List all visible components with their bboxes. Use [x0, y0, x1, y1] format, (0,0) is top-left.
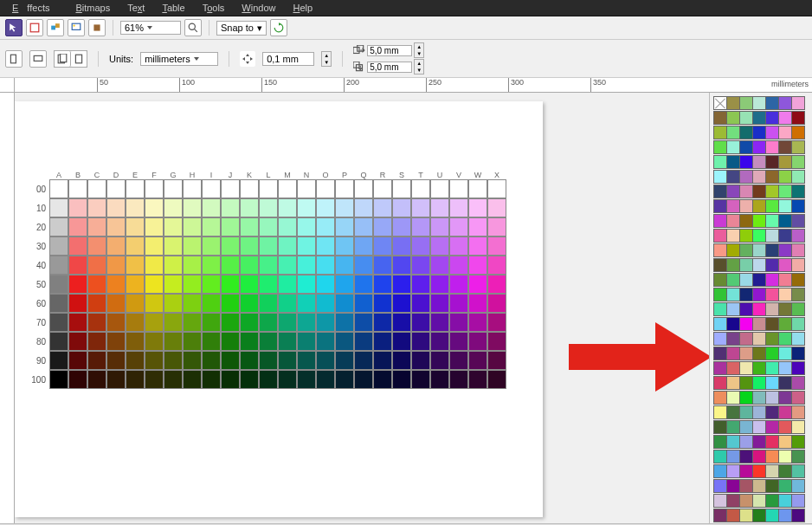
- color-swatch[interactable]: [259, 275, 278, 294]
- palette-swatch[interactable]: [778, 347, 792, 360]
- color-swatch[interactable]: [145, 370, 164, 389]
- color-swatch[interactable]: [297, 275, 316, 294]
- color-swatch[interactable]: [49, 332, 68, 351]
- color-swatch[interactable]: [145, 198, 164, 217]
- color-swatch[interactable]: [487, 217, 506, 237]
- palette-swatch[interactable]: [739, 273, 753, 287]
- palette-swatch[interactable]: [765, 376, 779, 390]
- palette-swatch[interactable]: [765, 494, 779, 508]
- palette-swatch[interactable]: [765, 229, 779, 243]
- palette-swatch[interactable]: [791, 243, 805, 257]
- palette-swatch[interactable]: [752, 96, 766, 110]
- palette-swatch[interactable]: [778, 155, 792, 169]
- palette-swatch[interactable]: [739, 111, 753, 125]
- palette-swatch[interactable]: [778, 435, 792, 449]
- color-swatch[interactable]: [297, 198, 316, 217]
- color-swatch[interactable]: [487, 313, 506, 332]
- palette-swatch[interactable]: [713, 229, 727, 243]
- palette-swatch[interactable]: [713, 243, 727, 257]
- color-swatch[interactable]: [202, 370, 221, 389]
- color-swatch[interactable]: [145, 179, 164, 198]
- menu-window[interactable]: Window: [242, 3, 275, 13]
- color-swatch[interactable]: [221, 313, 240, 332]
- color-swatch[interactable]: [335, 256, 354, 275]
- color-swatch[interactable]: [87, 332, 106, 351]
- color-swatch[interactable]: [240, 351, 259, 370]
- palette-swatch[interactable]: [739, 450, 753, 463]
- palette-swatch[interactable]: [739, 347, 753, 360]
- color-swatch[interactable]: [335, 332, 354, 351]
- color-swatch[interactable]: [126, 294, 145, 313]
- palette-swatch[interactable]: [752, 288, 766, 301]
- palette-swatch[interactable]: [726, 361, 740, 375]
- palette-swatch[interactable]: [791, 420, 805, 434]
- palette-swatch[interactable]: [791, 273, 805, 287]
- color-swatch[interactable]: [221, 351, 240, 370]
- color-swatch[interactable]: [126, 275, 145, 294]
- palette-swatch[interactable]: [726, 450, 740, 463]
- color-swatch[interactable]: [392, 332, 411, 351]
- color-swatch[interactable]: [316, 198, 335, 217]
- palette-swatch[interactable]: [765, 126, 779, 139]
- color-swatch[interactable]: [49, 237, 68, 256]
- palette-swatch[interactable]: [765, 155, 779, 169]
- palette-swatch[interactable]: [791, 361, 805, 375]
- color-swatch[interactable]: [354, 313, 373, 332]
- palette-swatch[interactable]: [713, 185, 727, 198]
- color-swatch[interactable]: [316, 351, 335, 370]
- color-swatch[interactable]: [87, 256, 106, 275]
- color-swatch[interactable]: [126, 370, 145, 389]
- color-swatch[interactable]: [449, 198, 468, 217]
- palette-swatch[interactable]: [739, 391, 753, 405]
- color-swatch[interactable]: [335, 351, 354, 370]
- dup-y-spinner[interactable]: ▲▼: [414, 59, 424, 75]
- ruler-horizontal[interactable]: millimeters 50100150200250300350: [15, 78, 812, 93]
- color-swatch[interactable]: [411, 313, 430, 332]
- color-swatch[interactable]: [373, 237, 392, 256]
- zoom-tool-icon[interactable]: [184, 19, 202, 36]
- color-swatch[interactable]: [126, 179, 145, 198]
- color-swatch[interactable]: [278, 217, 297, 237]
- color-swatch[interactable]: [392, 237, 411, 256]
- color-swatch[interactable]: [468, 179, 487, 198]
- palette-swatch[interactable]: [778, 199, 792, 213]
- palette-swatch[interactable]: [752, 214, 766, 228]
- palette-swatch[interactable]: [713, 199, 727, 213]
- palette-swatch[interactable]: [791, 347, 805, 360]
- color-swatch[interactable]: [145, 351, 164, 370]
- palette-swatch[interactable]: [752, 302, 766, 316]
- color-swatch[interactable]: [68, 294, 87, 313]
- palette-swatch[interactable]: [778, 96, 792, 110]
- zoom-level-input[interactable]: 61%: [120, 21, 181, 35]
- color-swatch[interactable]: [259, 198, 278, 217]
- no-color-swatch[interactable]: [713, 96, 727, 110]
- color-swatch[interactable]: [145, 217, 164, 237]
- palette-swatch[interactable]: [791, 317, 805, 331]
- color-swatch[interactable]: [297, 370, 316, 389]
- color-swatch[interactable]: [145, 313, 164, 332]
- palette-swatch[interactable]: [739, 155, 753, 169]
- palette-swatch[interactable]: [791, 199, 805, 213]
- palette-swatch[interactable]: [752, 435, 766, 449]
- color-swatch[interactable]: [316, 237, 335, 256]
- color-swatch[interactable]: [297, 313, 316, 332]
- units-dropdown[interactable]: millimeters: [140, 52, 218, 66]
- palette-swatch[interactable]: [765, 185, 779, 198]
- palette-swatch[interactable]: [752, 376, 766, 390]
- palette-swatch[interactable]: [726, 126, 740, 139]
- palette-swatch[interactable]: [713, 479, 727, 493]
- color-swatch[interactable]: [221, 256, 240, 275]
- color-swatch[interactable]: [335, 237, 354, 256]
- ruler-origin[interactable]: [0, 78, 15, 93]
- palette-swatch[interactable]: [752, 347, 766, 360]
- palette-swatch[interactable]: [765, 273, 779, 287]
- palette-swatch[interactable]: [726, 479, 740, 493]
- color-swatch[interactable]: [411, 256, 430, 275]
- color-swatch[interactable]: [373, 275, 392, 294]
- palette-swatch[interactable]: [778, 494, 792, 508]
- color-swatch[interactable]: [449, 179, 468, 198]
- palette-swatch[interactable]: [765, 111, 779, 125]
- menu-help[interactable]: Help: [293, 3, 313, 13]
- color-swatch[interactable]: [259, 351, 278, 370]
- palette-swatch[interactable]: [713, 347, 727, 360]
